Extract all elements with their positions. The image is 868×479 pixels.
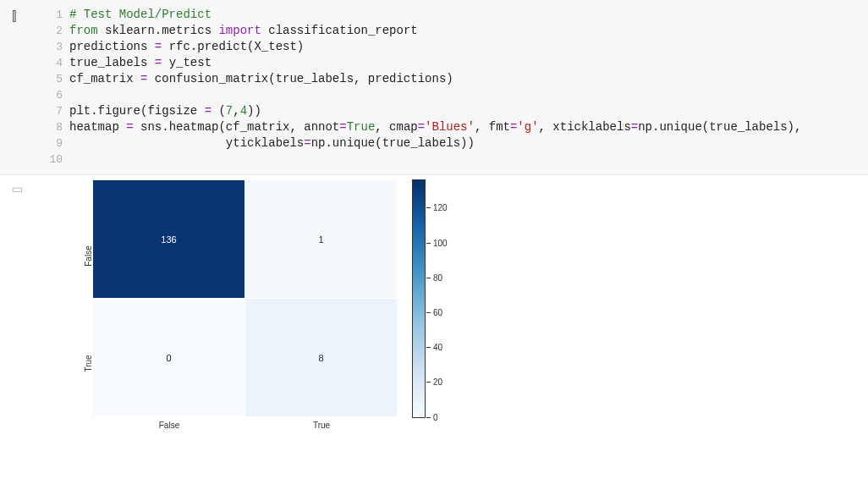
- output-gutter: ▭: [0, 179, 42, 430]
- heatmap-cell: 0: [93, 299, 245, 417]
- code-line[interactable]: from sklearn.metrics import classificati…: [69, 23, 868, 39]
- heatmap-cell: 8: [245, 299, 398, 417]
- code-editor[interactable]: # Test Model/Predictfrom sklearn.metrics…: [63, 5, 868, 168]
- code-line[interactable]: [69, 87, 868, 103]
- line-number: 6: [42, 87, 63, 103]
- heatmap-row: 08: [93, 299, 398, 417]
- heatmap-cell: 1: [245, 180, 398, 299]
- colorbar-gradient: [413, 180, 425, 417]
- line-number: 2: [42, 23, 63, 39]
- code-line[interactable]: heatmap = sns.heatmap(cf_matrix, annot=T…: [69, 119, 868, 135]
- line-number: 7: [42, 103, 63, 119]
- run-cell-icon[interactable]: [ ]: [12, 8, 14, 22]
- code-line[interactable]: predictions = rfc.predict(X_test): [69, 39, 868, 55]
- code-cell[interactable]: [ ] 12345678910 # Test Model/Predictfrom…: [0, 0, 868, 175]
- heatmap-row: 1361: [93, 180, 398, 299]
- code-line[interactable]: [69, 151, 868, 168]
- code-line[interactable]: plt.figure(figsize = (7,4)): [69, 103, 868, 119]
- output-indicator-icon: ▭: [12, 182, 23, 195]
- line-number: 3: [42, 39, 63, 55]
- y-tick: True: [71, 310, 93, 417]
- x-tick: True: [245, 417, 398, 430]
- colorbar: 120100806040200: [413, 180, 426, 417]
- line-number: 5: [42, 71, 63, 87]
- y-axis: False True: [68, 180, 93, 417]
- code-line[interactable]: yticklabels=np.unique(true_labels)): [69, 135, 868, 151]
- y-tick: False: [71, 202, 93, 310]
- line-number: 9: [42, 135, 63, 151]
- colorbar-ticks: 120100806040200: [425, 180, 426, 417]
- heatmap-chart: False True 136108 False True 12010080604…: [42, 179, 426, 430]
- x-tick: False: [93, 417, 245, 430]
- x-axis: False True: [93, 417, 398, 430]
- output-cell: ▭ False True 136108 False True 120100806…: [0, 175, 868, 438]
- heatmap-cell: 136: [93, 180, 245, 299]
- code-line[interactable]: true_labels = y_test: [69, 55, 868, 71]
- line-number: 4: [42, 55, 63, 71]
- line-number: 8: [42, 119, 63, 135]
- line-number: 1: [42, 7, 63, 23]
- code-line[interactable]: # Test Model/Predict: [69, 7, 868, 23]
- line-numbers: 12345678910: [42, 5, 63, 168]
- cell-gutter: [ ]: [0, 5, 42, 168]
- line-number: 10: [42, 151, 63, 168]
- code-line[interactable]: cf_matrix = confusion_matrix(true_labels…: [69, 71, 868, 87]
- heatmap-grid: 136108 False True: [93, 180, 398, 430]
